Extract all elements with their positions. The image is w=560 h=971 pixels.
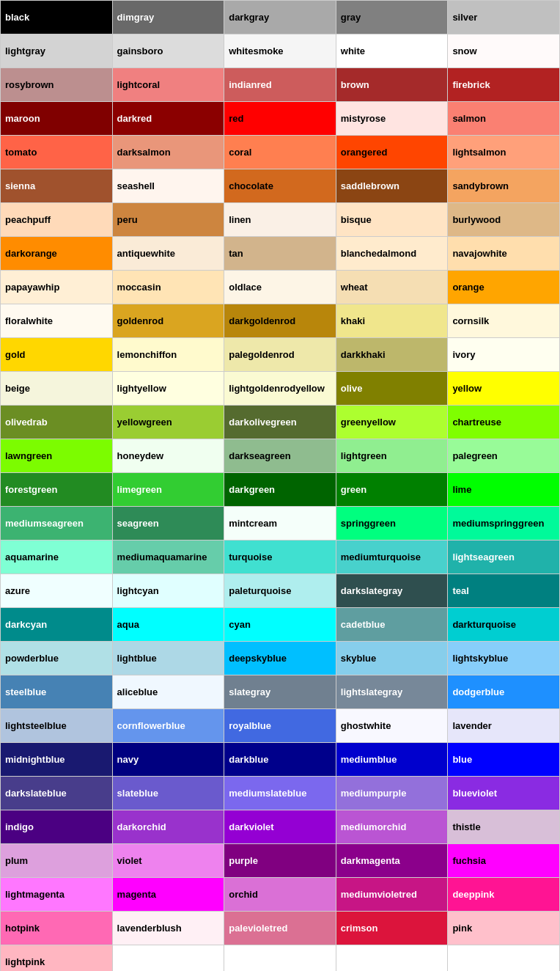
color-cell: darkblue	[224, 743, 336, 777]
color-cell: darkcyan	[1, 608, 113, 642]
color-cell: antiquewhite	[113, 237, 225, 271]
color-cell: hotpink	[1, 912, 113, 945]
color-cell: indigo	[1, 810, 113, 844]
color-cell: mediumorchid	[336, 810, 449, 844]
color-cell: mediumaquamarine	[113, 541, 225, 574]
color-cell: lightskyblue	[448, 642, 560, 675]
color-cell: mediumturquoise	[336, 541, 449, 574]
color-cell: lightgray	[1, 34, 113, 68]
color-cell: mediumpurple	[336, 777, 449, 810]
color-cell: navy	[113, 743, 225, 777]
color-cell: darkslateblue	[1, 777, 113, 810]
color-cell: seashell	[113, 169, 225, 203]
color-cell: darkred	[113, 102, 225, 136]
color-cell: peru	[113, 203, 225, 237]
color-cell: darkmagenta	[336, 844, 449, 878]
color-cell: azure	[1, 574, 113, 608]
color-cell: thistle	[448, 810, 560, 844]
color-cell: darkslategray	[336, 574, 449, 608]
color-cell: darkolivegreen	[224, 406, 336, 439]
color-cell: greenyellow	[336, 406, 449, 439]
color-cell: ivory	[448, 338, 560, 372]
color-cell: blanchedalmond	[336, 237, 449, 271]
color-cell: powderblue	[1, 642, 113, 675]
color-cell: palegoldenrod	[224, 338, 336, 372]
color-cell: lightsalmon	[448, 136, 560, 169]
color-cell: lightgoldenrodyellow	[224, 372, 336, 406]
color-cell: maroon	[1, 102, 113, 136]
color-cell: seagreen	[113, 507, 225, 541]
color-cell: cyan	[224, 608, 336, 642]
color-cell: gold	[1, 338, 113, 372]
color-cell: mediumblue	[336, 743, 449, 777]
color-cell: darkorchid	[113, 810, 225, 844]
color-cell: honeydew	[113, 439, 225, 473]
color-cell: lavenderblush	[113, 912, 225, 945]
color-cell: whitesmoke	[224, 34, 336, 68]
color-cell: lightblue	[113, 642, 225, 675]
color-cell: orchid	[224, 878, 336, 912]
color-cell: sandybrown	[448, 169, 560, 203]
color-cell: slategray	[224, 675, 336, 709]
color-cell: moccasin	[113, 271, 225, 304]
color-cell: navajowhite	[448, 237, 560, 271]
color-cell: floralwhite	[1, 304, 113, 338]
color-cell: olive	[336, 372, 449, 406]
color-cell: saddlebrown	[336, 169, 449, 203]
color-cell: lemonchiffon	[113, 338, 225, 372]
color-grid: blackdimgraydarkgraygraysilverlightgrayg…	[0, 0, 560, 971]
color-cell: aquamarine	[1, 541, 113, 574]
color-cell: green	[336, 473, 449, 507]
color-cell: darkturquoise	[448, 608, 560, 642]
color-cell: blue	[448, 743, 560, 777]
color-cell: plum	[1, 844, 113, 878]
color-cell: coral	[224, 136, 336, 169]
color-cell: teal	[448, 574, 560, 608]
color-cell: royalblue	[224, 709, 336, 743]
color-cell: chartreuse	[448, 406, 560, 439]
color-cell: deepskyblue	[224, 642, 336, 675]
color-cell: steelblue	[1, 675, 113, 709]
color-cell: lightpink	[1, 945, 113, 971]
color-cell: mediumspringgreen	[448, 507, 560, 541]
color-cell: brown	[336, 68, 449, 102]
color-cell: peachpuff	[1, 203, 113, 237]
color-cell: chocolate	[224, 169, 336, 203]
color-cell: darkkhaki	[336, 338, 449, 372]
color-cell: white	[336, 34, 449, 68]
color-cell: firebrick	[448, 68, 560, 102]
color-cell: mistyrose	[336, 102, 449, 136]
color-cell: darkgoldenrod	[224, 304, 336, 338]
color-cell: pink	[448, 912, 560, 945]
color-cell: olivedrab	[1, 406, 113, 439]
color-cell: cornflowerblue	[113, 709, 225, 743]
color-cell: snow	[448, 34, 560, 68]
color-cell: oldlace	[224, 271, 336, 304]
color-cell: papayawhip	[1, 271, 113, 304]
color-cell: linen	[224, 203, 336, 237]
color-cell: lightgreen	[336, 439, 449, 473]
color-cell: midnightblue	[1, 743, 113, 777]
color-cell: mintcream	[224, 507, 336, 541]
color-cell: lightyellow	[113, 372, 225, 406]
color-cell: paleturquoise	[224, 574, 336, 608]
color-cell: aliceblue	[113, 675, 225, 709]
color-cell: salmon	[448, 102, 560, 136]
color-cell: rosybrown	[1, 68, 113, 102]
color-cell: blueviolet	[448, 777, 560, 810]
color-cell	[113, 945, 225, 971]
color-cell: darkviolet	[224, 810, 336, 844]
color-cell: beige	[1, 372, 113, 406]
color-cell	[224, 945, 336, 971]
color-cell: goldenrod	[113, 304, 225, 338]
color-cell: purple	[224, 844, 336, 878]
color-cell: darksalmon	[113, 136, 225, 169]
color-cell: slateblue	[113, 777, 225, 810]
color-cell: turquoise	[224, 541, 336, 574]
color-cell: darkgray	[224, 1, 336, 34]
color-cell: gray	[336, 1, 449, 34]
color-cell: silver	[448, 1, 560, 34]
color-cell: yellow	[448, 372, 560, 406]
color-cell: palevioletred	[224, 912, 336, 945]
color-cell: indianred	[224, 68, 336, 102]
